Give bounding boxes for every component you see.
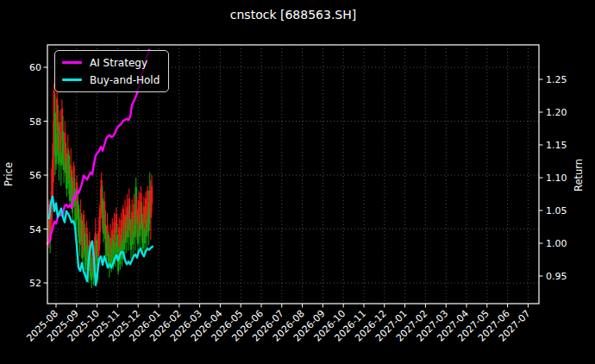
legend-item-buy-and-hold: Buy-and-Hold [62, 72, 160, 87]
right-axis-label: Return [573, 159, 585, 191]
price-tick-label: 60 [29, 62, 41, 73]
price-tick-label: 56 [29, 170, 41, 181]
return-tick-label: 1.05 [546, 205, 567, 217]
ai-strategy-line-swatch [62, 61, 82, 64]
return-tick-label: 0.95 [546, 271, 567, 282]
legend: AI Strategy Buy-and-Hold [54, 50, 169, 92]
legend-item-ai-strategy: AI Strategy [62, 55, 160, 70]
price-tick-label: 58 [29, 116, 41, 128]
legend-label-buy-and-hold: Buy-and-Hold [90, 74, 160, 86]
figure: cnstock [688563.SH] 2025-082025-092025-1… [0, 0, 595, 364]
return-tick-label: 1.15 [546, 140, 567, 151]
axis-tick-labels: 2025-082025-092025-102025-112025-122026-… [24, 62, 567, 344]
return-tick-label: 1.20 [546, 107, 567, 118]
buy-and-hold-line-swatch [62, 78, 82, 81]
left-axis-label: Price [3, 162, 15, 186]
legend-label-ai-strategy: AI Strategy [90, 57, 147, 69]
return-tick-label: 1.00 [546, 238, 567, 249]
price-tick-label: 54 [29, 224, 41, 235]
candle-body [151, 186, 153, 204]
price-tick-label: 52 [29, 278, 41, 289]
return-tick-label: 1.10 [546, 173, 567, 184]
return-tick-label: 1.25 [546, 74, 567, 85]
